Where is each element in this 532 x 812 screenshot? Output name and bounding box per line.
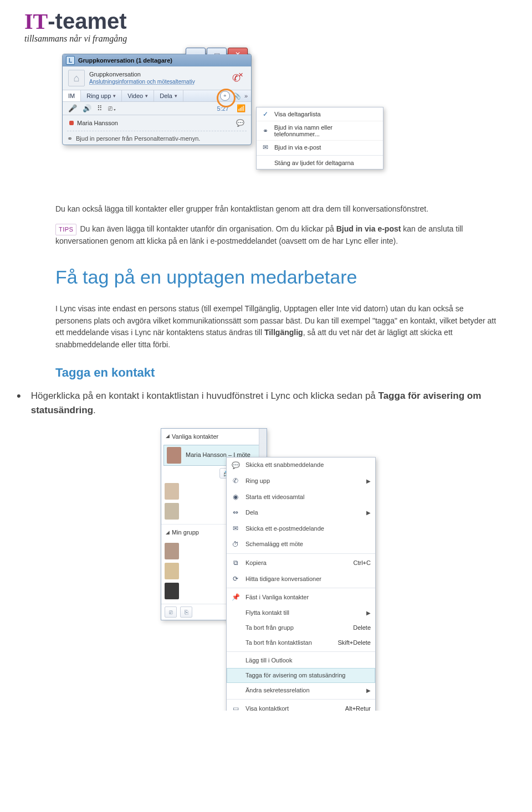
brand-header: IT-teamet tillsammans når vi framgång [0,0,532,44]
ctx-outlook[interactable]: Lägg till i Outlook [227,653,375,668]
dialpad-icon[interactable]: ⠿ [97,104,103,112]
footer-button-2[interactable]: ⎘ [180,607,192,618]
group-avatar-icon: ⌂ [68,70,85,86]
invite-people-icon: ⚭ [67,135,73,142]
brand-rest: -teamet [48,9,126,33]
speaker-icon[interactable]: 🔊 [83,104,91,112]
contact-photo[interactable] [165,483,179,500]
menu-invite-by-name[interactable]: ⚭ Bjud in via namn eller telefonnummer..… [257,121,383,140]
brand-tagline: tillsammans når vi framgång [24,34,532,44]
ctx-tag-for-alert[interactable]: Tagga för avisering om statusändring [227,668,375,683]
conversation-title: Gruppkonversation [89,71,195,78]
contact-photo[interactable] [165,543,179,559]
overflow-button[interactable]: » [244,92,248,99]
pin-icon: 📌 [231,592,240,603]
calendar-icon: ⏱ [231,539,240,550]
ctx-pin[interactable]: 📌Fäst i Vanliga kontakter [227,589,375,605]
add-person-icon: ⚭ [261,127,270,135]
invite-hint-text: Bjud in personer från Personalternativ-m… [76,135,200,142]
ctx-remove-group[interactable]: Ta bort från gruppDelete [227,620,375,635]
checkmark-icon: ✓ [261,110,270,118]
tips-badge: TIPS [55,224,76,235]
tab-im[interactable]: IM [63,90,81,101]
heading-tag-contact: Tagga en kontakt [55,363,499,382]
group-frequent[interactable]: ◢ Vanliga kontakter [161,429,267,445]
history-icon: ⟳ [231,574,240,584]
mail-icon: ✉ [261,143,270,151]
brand-it: IT [24,9,48,34]
mail-icon: ✉ [231,523,240,534]
video-icon: ◉ [231,492,240,502]
attachment-icon[interactable]: 📎 [233,92,241,100]
ctx-copy[interactable]: ⧉KopieraCtrl+C [227,555,375,571]
ctx-call[interactable]: ✆Ring upp▶ [227,473,375,489]
paragraph-tips: TIPSDu kan även lägga till kontakter uta… [55,223,499,248]
share-icon: ⇔ [231,507,240,518]
people-options-icon[interactable]: ⚭ [220,91,230,101]
screenshot-contact-context-menu: ◢ Vanliga kontakter Maria Hansson – I mö… [161,428,393,694]
card-icon: ▭ [231,703,240,710]
bullet-dot: • [17,389,21,403]
contact-photo[interactable] [165,503,179,520]
connection-info-link[interactable]: Anslutningsinformation och mötesalternat… [89,79,195,85]
ctx-view-card[interactable]: ▭Visa kontaktkortAlt+Retur [227,701,375,710]
collapse-arrow-icon: ◢ [166,433,170,440]
paragraph-drag-contacts: Du kan också lägga till kontakter eller … [55,203,499,215]
tab-call[interactable]: Ring upp▾ [81,90,122,101]
mode-bar-right: ⚭ 📎 » [217,91,251,101]
ctx-video[interactable]: ◉Starta ett videosamtal [227,489,375,505]
conversation-header: ⌂ Gruppkonversation Anslutningsinformati… [63,66,251,90]
presence-busy-icon [69,121,74,125]
ctx-send-im[interactable]: 💬Skicka ett snabbmeddelande [227,458,375,474]
secondary-toolbar: 🎤 🔊 ⠿ ⎚▾ 5:27 📶 [63,102,251,115]
hangup-icon[interactable]: ✆✕ [232,72,245,84]
heading-busy-coworker: Få tag på en upptagen medarbetare [55,263,499,292]
contact-photo[interactable] [165,563,179,579]
phone-icon: ✆ [231,476,240,486]
menu-mute-participants[interactable]: Stäng av ljudet för deltagarna [257,157,383,169]
chat-icon: 💬 [231,460,240,471]
contact-photo[interactable] [165,583,179,599]
footer-button-1[interactable]: ⎚ [165,607,177,618]
ctx-find-conv[interactable]: ⟳Hitta tidigare konversationer [227,571,375,587]
device-icon[interactable]: ⎚▾ [108,104,117,112]
ctx-meeting[interactable]: ⏱Schemalägg ett möte [227,537,375,553]
contact-context-menu: 💬Skicka ett snabbmeddelande ✆Ring upp▶ ◉… [226,457,376,711]
call-timer: 5:27 [217,105,229,112]
mode-bar: IM Ring upp▾ Video▾ Dela▾ ⚭ 📎 » [63,90,251,102]
ctx-share[interactable]: ⇔Dela▶ [227,505,375,521]
lync-app-icon: L [66,56,75,65]
participant-row[interactable]: Maria Hansson 💬 [67,117,247,129]
lync-window: — ▭ ✕ L Gruppkonversation (1 deltagare) … [62,54,252,145]
titlebar: L Gruppkonversation (1 deltagare) [63,54,251,66]
menu-show-participants[interactable]: ✓ Visa deltagarlista [257,107,383,121]
collapse-arrow-icon: ◢ [166,529,170,537]
chat-icon[interactable]: 💬 [236,119,244,127]
contact-photo [167,447,181,464]
ctx-remove-list[interactable]: Ta bort från kontaktlistanSkift+Delete [227,635,375,650]
ctx-privacy[interactable]: Ändra sekretessrelation▶ [227,683,375,698]
tab-video[interactable]: Video▾ [122,90,154,101]
ctx-move[interactable]: Flytta kontakt till▶ [227,605,375,620]
paragraph-tagging: I Lync visas inte endast en persons stat… [55,303,499,351]
copy-icon: ⧉ [231,558,240,568]
mic-icon[interactable]: 🎤 [68,104,77,112]
participant-panel: Maria Hansson 💬 ⚭ Bjud in personer från … [63,115,251,145]
bullet-instruction: • Högerklicka på en kontakt i kontaktlis… [17,389,499,418]
ctx-mail[interactable]: ✉Skicka ett e-postmeddelande [227,521,375,537]
participant-name: Maria Hansson [77,120,118,126]
signal-icon: 📶 [237,104,245,112]
tab-share[interactable]: Dela▾ [154,90,183,101]
menu-invite-by-email[interactable]: ✉ Bjud in via e-post [257,140,383,154]
screenshot-conversation-window: — ▭ ✕ L Gruppkonversation (1 deltagare) … [62,54,383,203]
invite-hint: ⚭ Bjud in personer från Personalternativ… [67,131,247,142]
people-dropdown-menu: ✓ Visa deltagarlista ⚭ Bjud in via namn … [256,107,383,169]
window-title: Gruppkonversation (1 deltagare) [78,57,172,64]
